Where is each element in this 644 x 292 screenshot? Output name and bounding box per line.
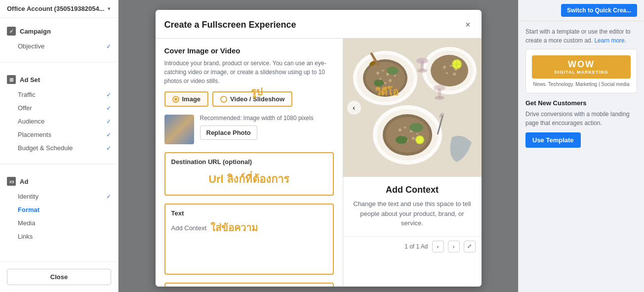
ad-section: ▭ Ad Identity ✓ Format Media Links (0, 168, 118, 248)
form-panel: Cover Image or Video Introduce your bran… (156, 39, 343, 287)
food-image-preview: ‹ (343, 39, 482, 177)
sidebar-item-media[interactable]: Media (0, 216, 118, 230)
ad-set-label: Ad Set (20, 76, 40, 83)
objective-label: Objective (18, 42, 44, 50)
svg-point-7 (382, 70, 384, 72)
sidebar-item-offer[interactable]: Offer ✓ (0, 101, 118, 115)
links-label: Links (18, 233, 33, 240)
right-panel: Switch to Quick Crea... Start with a tem… (518, 0, 644, 292)
ad-set-icon: ⊞ (7, 75, 16, 84)
preview-add-context-title: Add Context (353, 185, 472, 195)
learn-more-link[interactable]: Learn more. (594, 37, 626, 44)
main-content: Create a Fullscreen Experience × Cover I… (119, 0, 518, 292)
fullscreen-button[interactable]: ⤢ (464, 241, 476, 252)
svg-point-12 (394, 75, 396, 77)
wow-card: WOW DIGITAL MARKETING News. Technology. … (525, 49, 637, 93)
wow-subtitle1: DIGITAL MARKETING (536, 70, 627, 75)
ad-header: ▭ Ad (0, 173, 118, 190)
campaign-section: ✓ Campaign Objective ✓ (0, 18, 118, 58)
section-description: Introduce your brand, product or service… (164, 59, 334, 85)
svg-point-20 (443, 66, 446, 69)
sidebar-item-placements[interactable]: Placements ✓ (0, 128, 118, 141)
right-panel-header: Switch to Quick Crea... (519, 0, 644, 21)
sidebar: Office Account (350519382054... ▾ ✓ Camp… (0, 0, 119, 292)
image-thumbnail (164, 115, 194, 144)
text-group-2: Text ใส่ข้อความ Change the text and use … (164, 283, 334, 287)
check-icon-identity: ✓ (106, 193, 111, 200)
format-label: Format (18, 206, 40, 213)
preview-footer: 1 of 1 Ad ‹ › ⤢ (343, 236, 482, 256)
svg-point-40 (404, 126, 406, 128)
campaign-icon: ✓ (7, 27, 16, 36)
ad-set-section: ⊞ Ad Set Traffic ✓ Offer ✓ Audience ✓ Pl… (0, 66, 118, 160)
svg-point-47 (396, 136, 407, 144)
check-icon-budget: ✓ (106, 145, 111, 152)
svg-point-15 (387, 67, 399, 75)
get-new-customers-title: Get New Customers (525, 99, 637, 107)
ad-label: Ad (20, 178, 28, 185)
image-radio-option[interactable]: Image (164, 91, 209, 107)
account-label: Office Account (350519382054... (7, 5, 105, 12)
url-thai-label: Url ลิงก์ที่ต้องการ (171, 168, 327, 190)
text-label-1: Text (171, 209, 327, 217)
svg-point-39 (399, 128, 402, 131)
radio-dot-image (172, 96, 179, 103)
text-input-row: Add Context ใส่ข้อความ (171, 220, 327, 236)
modal-close-button[interactable]: × (463, 18, 473, 32)
campaign-header: ✓ Campaign (0, 23, 118, 40)
section-title: Cover Image or Video (164, 46, 334, 55)
wow-subtitle2: News. Technology. Marketing | Social med… (532, 82, 631, 87)
offer-label: Offer (18, 104, 32, 112)
chevron-down-icon: ▾ (108, 6, 110, 11)
account-selector[interactable]: Office Account (350519382054... ▾ (7, 5, 110, 12)
close-sidebar-button[interactable]: Close (7, 269, 111, 285)
svg-point-6 (376, 72, 379, 75)
wow-title: WOW (536, 59, 627, 70)
image-back-arrow-button[interactable]: ‹ (347, 101, 361, 115)
sidebar-footer: Close (0, 261, 118, 292)
identity-label: Identity (18, 193, 39, 200)
modal-title: Create a Fullscreen Experience (164, 20, 296, 30)
url-label: Destination URL (optional) (171, 158, 327, 166)
get-new-customers-desc: Drive conversions with a mobile landing … (525, 110, 637, 127)
svg-point-34 (435, 96, 444, 100)
sidebar-item-audience[interactable]: Audience ✓ (0, 115, 118, 128)
right-panel-intro: Start with a template or use the editor … (525, 27, 637, 45)
text-textarea-1[interactable] (171, 238, 327, 267)
check-icon-offer: ✓ (106, 105, 111, 112)
add-context-hint: Add Context (171, 224, 207, 232)
placements-label: Placements (18, 131, 51, 138)
ad-icon: ▭ (7, 177, 16, 186)
modal-header: Create a Fullscreen Experience × (156, 10, 482, 39)
svg-point-43 (412, 137, 415, 140)
sidebar-item-objective[interactable]: Objective ✓ (0, 40, 118, 53)
sidebar-item-traffic[interactable]: Traffic ✓ (0, 88, 118, 101)
sidebar-item-format[interactable]: Format (0, 203, 118, 216)
use-template-button[interactable]: Use Template (525, 132, 581, 148)
wow-logo: WOW DIGITAL MARKETING (532, 55, 631, 79)
sidebar-item-links[interactable]: Links (0, 230, 118, 243)
svg-point-23 (446, 72, 448, 74)
image-option-label: Image (182, 95, 201, 103)
next-ad-button[interactable]: › (448, 241, 460, 252)
budget-label: Budget & Schedule (18, 144, 73, 152)
switch-to-quick-create-button[interactable]: Switch to Quick Crea... (561, 4, 637, 17)
get-new-customers-section: Get New Customers Drive conversions with… (525, 99, 637, 148)
modal-body: Cover Image or Video Introduce your bran… (156, 39, 482, 287)
sidebar-item-identity[interactable]: Identity ✓ (0, 190, 118, 203)
media-type-selector: Image Video / Slideshow วิดีโอ รูป (164, 91, 334, 107)
thai-roop-label: รูป (251, 84, 263, 100)
svg-point-46 (409, 123, 423, 132)
right-panel-content: Start with a template or use the editor … (519, 21, 644, 154)
sidebar-item-budget[interactable]: Budget & Schedule ✓ (0, 141, 118, 155)
food-visual-svg (343, 39, 482, 177)
check-icon: ✓ (106, 43, 111, 50)
replace-photo-button[interactable]: Replace Photo (200, 125, 257, 140)
svg-point-10 (389, 79, 392, 82)
destination-url-group: Destination URL (optional) Url ลิงก์ที่ต… (164, 152, 334, 196)
ad-counter: 1 of 1 Ad (404, 243, 428, 250)
preview-content: Add Context Change the text and use this… (343, 177, 482, 236)
media-label: Media (18, 219, 35, 227)
image-upload-area: Recommended: Image width of 1080 pixels … (164, 115, 334, 144)
prev-ad-button[interactable]: ‹ (432, 241, 444, 252)
